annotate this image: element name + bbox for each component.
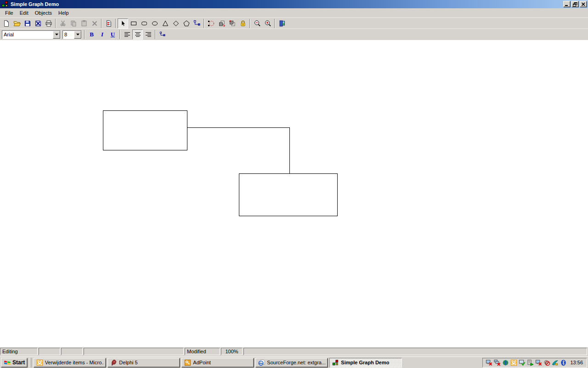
menu-objects[interactable]: Objects — [32, 9, 55, 17]
triangle-tool-button[interactable] — [160, 18, 170, 29]
task-button-verwijderde-items[interactable]: Verwijderde items - Micro... — [34, 358, 106, 368]
status-modified: Modified — [185, 348, 220, 355]
task-button-delphi-5[interactable]: Delphi 5 — [107, 358, 180, 368]
rounded-rectangle-tool-button[interactable] — [139, 18, 149, 29]
task-label: Delphi 5 — [119, 360, 137, 365]
toolbar-separator — [119, 30, 120, 39]
toolbar-separator — [101, 19, 102, 28]
reminder-clock-icon[interactable] — [510, 359, 517, 366]
print-icon — [45, 20, 52, 27]
close-button[interactable] — [580, 1, 587, 7]
connector-line-vertical[interactable] — [289, 127, 290, 173]
desktop: Simple Graph Demo File Edit Objects Help — [0, 0, 588, 368]
script-button[interactable] — [103, 18, 114, 29]
key-icon — [184, 359, 191, 366]
align-center-button[interactable] — [132, 29, 143, 40]
connector-line-horizontal[interactable] — [187, 127, 290, 128]
window-title: Simple Graph Demo — [11, 1, 562, 7]
zoom-in-button[interactable] — [262, 18, 273, 29]
windows-logo-icon — [4, 359, 11, 366]
font-combo-value: Arial — [2, 31, 53, 39]
save-button[interactable] — [22, 18, 33, 29]
reminder-clock-icon — [36, 359, 43, 366]
ellipse-tool-button[interactable] — [149, 18, 160, 29]
menu-edit[interactable]: Edit — [17, 9, 32, 17]
font-combo[interactable]: Arial — [2, 30, 61, 39]
bluetooth-icon[interactable] — [560, 359, 567, 366]
marquee-select-button[interactable] — [206, 18, 216, 29]
task-button-sourceforge[interactable]: SourceForge.net: extgra... — [255, 358, 328, 368]
align-right-button[interactable] — [143, 29, 153, 40]
connector-style-button[interactable] — [157, 29, 168, 40]
status-panel-3 — [61, 348, 83, 355]
tray-clock[interactable]: 13:56 — [568, 360, 584, 365]
send-to-back-button[interactable] — [227, 18, 237, 29]
cut-button[interactable] — [57, 18, 68, 29]
lock-button[interactable] — [237, 18, 248, 29]
align-left-icon — [124, 31, 131, 38]
script-icon — [105, 20, 113, 27]
select-tool-button[interactable] — [118, 18, 128, 29]
underline-button[interactable]: U — [107, 29, 118, 40]
status-bar: Editing Modified 100% — [0, 347, 588, 356]
status-zoom-level: 100% — [221, 348, 243, 355]
lock-icon — [239, 20, 247, 27]
graph-node-1[interactable] — [103, 110, 187, 150]
update-ok-icon[interactable] — [518, 359, 526, 366]
network-error2-icon[interactable] — [493, 359, 501, 366]
network-error3-icon[interactable] — [535, 359, 542, 366]
copy-button[interactable] — [68, 18, 79, 29]
graph-node-2[interactable] — [239, 173, 338, 216]
task-label: SourceForge.net: extgra... — [267, 360, 326, 365]
connector-tool-button[interactable] — [192, 18, 202, 29]
taskbar-grip[interactable] — [30, 358, 31, 368]
toolbar-separator — [55, 19, 56, 28]
app-icon — [1, 0, 9, 8]
bold-button[interactable]: B — [86, 29, 97, 40]
rounded-rectangle-icon — [141, 20, 148, 27]
task-button-adpoint[interactable]: AdPoint — [181, 358, 254, 368]
volume-muted-icon[interactable] — [543, 359, 550, 366]
toolbar-separator — [274, 19, 275, 28]
bring-to-front-icon — [218, 20, 226, 27]
align-left-button[interactable] — [122, 29, 132, 40]
menu-bar: File Edit Objects Help — [0, 8, 588, 17]
task-label: AdPoint — [193, 360, 211, 365]
globe-icon[interactable] — [502, 359, 509, 366]
close-file-button[interactable] — [33, 18, 43, 29]
close-file-icon — [34, 20, 42, 27]
delete-button[interactable] — [89, 18, 100, 29]
status-panel-7 — [243, 348, 587, 355]
title-bar[interactable]: Simple Graph Demo — [0, 0, 588, 8]
font-combo-dropdown[interactable] — [53, 31, 60, 39]
menu-file[interactable]: File — [2, 9, 17, 17]
system-tray: 13:56 — [482, 358, 587, 368]
new-button[interactable] — [1, 18, 11, 29]
bring-to-front-button[interactable] — [216, 18, 227, 29]
open-button[interactable] — [11, 18, 22, 29]
drawing-canvas[interactable] — [0, 40, 588, 347]
minimize-button[interactable] — [563, 1, 571, 7]
graphics-tool-icon[interactable] — [551, 359, 559, 366]
network-error-icon[interactable] — [485, 359, 492, 366]
delete-icon — [91, 20, 98, 27]
italic-button[interactable]: I — [97, 29, 107, 40]
diamond-tool-button[interactable] — [170, 18, 181, 29]
italic-label: I — [101, 31, 103, 38]
internet-explorer-icon — [258, 359, 265, 366]
server-play-icon[interactable] — [526, 359, 534, 366]
cut-icon — [59, 20, 67, 27]
restore-button[interactable] — [571, 1, 579, 7]
exit-button[interactable] — [277, 18, 287, 29]
pentagon-tool-button[interactable] — [181, 18, 192, 29]
rectangle-tool-button[interactable] — [128, 18, 139, 29]
paste-button[interactable] — [79, 18, 89, 29]
font-size-combo-dropdown[interactable] — [74, 31, 81, 39]
zoom-out-button[interactable] — [252, 18, 262, 29]
print-button[interactable] — [43, 18, 54, 29]
toolbar-separator — [204, 19, 204, 28]
start-button[interactable]: Start — [1, 358, 28, 368]
font-size-combo[interactable]: 8 — [62, 30, 82, 39]
task-button-simple-graph-demo[interactable]: Simple Graph Demo — [329, 358, 402, 368]
menu-help[interactable]: Help — [55, 9, 72, 17]
